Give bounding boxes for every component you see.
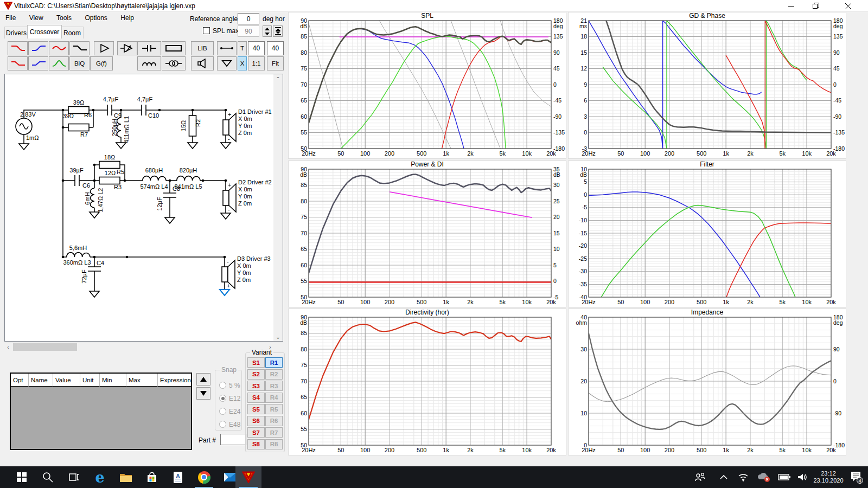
inductor-L2[interactable]	[91, 188, 94, 208]
inductor-L4[interactable]	[143, 176, 166, 181]
hscroll-thumb[interactable]	[13, 343, 77, 351]
inductor-L5[interactable]	[177, 176, 200, 181]
part-number-input[interactable]	[220, 434, 246, 445]
capacitor-C6[interactable]	[75, 175, 79, 186]
variant-r5[interactable]: R5	[265, 404, 283, 414]
variant-r8[interactable]: R8	[265, 439, 283, 450]
snap-e48-radio[interactable]	[219, 421, 226, 428]
snap-e24-radio[interactable]	[219, 408, 226, 415]
onedrive-error-icon[interactable]	[753, 466, 775, 488]
menu-view[interactable]: View	[24, 12, 49, 24]
tool-biquad-button[interactable]: BiQ	[69, 56, 90, 70]
variant-s3[interactable]: S3	[247, 381, 265, 391]
search-icon[interactable]	[35, 466, 61, 488]
variant-s5[interactable]: S5	[247, 404, 265, 414]
wifi-icon[interactable]	[733, 466, 753, 488]
snap-5pct-radio[interactable]	[219, 382, 226, 389]
schematic-canvas[interactable]: 2,83V 1mΩ 39Ω R6 39Ω R7 4,7µF C9 250µH 4…	[4, 74, 283, 342]
col-unit[interactable]: Unit	[80, 374, 100, 387]
variant-r2[interactable]: R2	[265, 369, 283, 380]
store-icon[interactable]	[139, 466, 165, 488]
minimize-button[interactable]	[778, 0, 803, 12]
variant-s4[interactable]: S4	[247, 393, 265, 403]
tab-room[interactable]: Room	[61, 27, 84, 38]
variant-r7[interactable]: R7	[265, 427, 283, 438]
tool-gf-button[interactable]: G(f)	[90, 56, 113, 70]
schematic-vscrollbar[interactable]: ⌃ ⌄	[273, 74, 283, 341]
snap-e12-radio[interactable]	[219, 395, 226, 402]
tool-shelf-button[interactable]	[69, 41, 90, 55]
col-max[interactable]: Max	[126, 374, 158, 387]
variant-r4[interactable]: R4	[265, 393, 283, 403]
resistor-R3[interactable]	[99, 177, 120, 184]
variant-s1[interactable]: S1	[247, 357, 265, 368]
col-opt[interactable]: Opt	[11, 374, 29, 387]
restore-button[interactable]	[803, 0, 828, 12]
tool-peak-button[interactable]	[49, 56, 69, 70]
ground-selected-blue[interactable]	[220, 290, 229, 296]
menu-options[interactable]: Options	[80, 12, 113, 24]
optimizer-table[interactable]: Opt Name Value Unit Min Max Expression	[10, 373, 192, 450]
scroll-down-arrow[interactable]: ⌄	[273, 332, 283, 341]
grid-height-input[interactable]: 40	[267, 41, 284, 55]
schematic-hscrollbar[interactable]: ‹ ›	[4, 343, 274, 351]
voltage-source[interactable]	[16, 118, 32, 134]
tool-opamp-button[interactable]	[117, 41, 137, 55]
menu-tools[interactable]: Tools	[51, 12, 77, 24]
clock[interactable]: 23:1223.10.2020	[812, 466, 845, 488]
tool-allpass-button[interactable]	[49, 41, 69, 55]
tool-resistor-button[interactable]	[162, 41, 186, 55]
tab-crossover[interactable]: Crossover	[27, 25, 62, 38]
capacitor-C8[interactable]	[163, 193, 176, 197]
scroll-up-arrow[interactable]: ⌃	[273, 74, 283, 83]
col-name[interactable]: Name	[29, 374, 53, 387]
variant-s2[interactable]: S2	[247, 369, 265, 380]
tray-chevron-icon[interactable]	[714, 466, 733, 488]
tool-text-button[interactable]: T	[238, 41, 247, 55]
zoom-1to1-button[interactable]: 1:1	[248, 56, 265, 70]
col-min[interactable]: Min	[100, 374, 126, 387]
reference-angle-input[interactable]: 0	[238, 13, 259, 24]
variant-r3[interactable]: R3	[265, 381, 283, 391]
variant-r1[interactable]: R1	[265, 357, 283, 368]
scroll-left-arrow[interactable]: ‹	[4, 343, 12, 351]
tool-capacitor-button[interactable]	[137, 41, 161, 55]
start-button[interactable]	[9, 466, 35, 488]
tab-drivers[interactable]: Drivers	[4, 27, 28, 38]
zoom-fit-button[interactable]: Fit	[267, 56, 284, 70]
capacitor-C4[interactable]	[88, 267, 101, 271]
menu-file[interactable]: File	[0, 12, 21, 24]
variant-s7[interactable]: S7	[247, 427, 265, 438]
task-view-icon[interactable]	[61, 466, 87, 488]
inductor-L3[interactable]	[67, 253, 90, 257]
col-expression[interactable]: Expression	[158, 374, 191, 387]
crossover-schematic[interactable]: 2,83V 1mΩ 39Ω R6 39Ω R7 4,7µF C9 250µH 4…	[5, 74, 273, 341]
action-center-icon[interactable]: 4	[845, 466, 868, 488]
volume-icon[interactable]	[793, 466, 813, 488]
col-value[interactable]: Value	[53, 374, 80, 387]
resistor-R5[interactable]	[99, 162, 120, 169]
capacitor-C10[interactable]	[142, 105, 146, 115]
tool-lowpass-button[interactable]	[8, 41, 28, 55]
tool-lowshelf-button[interactable]	[8, 56, 28, 70]
tool-ground-button[interactable]	[217, 56, 237, 70]
grid-width-input[interactable]: 40	[248, 41, 265, 55]
variant-s8[interactable]: S8	[247, 439, 265, 450]
resistor-R7[interactable]	[68, 124, 89, 131]
tool-inductor-button[interactable]	[137, 56, 161, 70]
chrome-icon[interactable]	[191, 466, 217, 488]
row-down-button[interactable]	[196, 387, 210, 400]
people-icon[interactable]	[690, 466, 710, 488]
word-icon[interactable]: A	[165, 466, 191, 488]
row-up-button[interactable]	[196, 373, 210, 386]
edge-icon[interactable]: e	[87, 466, 113, 488]
variant-r6[interactable]: R6	[265, 416, 283, 426]
tool-speaker-button[interactable]	[191, 56, 214, 70]
tool-wire-button[interactable]	[217, 41, 237, 55]
capacitor-C9[interactable]	[107, 105, 112, 115]
tool-buffer-button[interactable]	[94, 41, 114, 55]
tool-delete-button[interactable]: X	[238, 56, 247, 70]
tool-highpass-button[interactable]	[28, 41, 48, 55]
tool-transformer-button[interactable]	[162, 56, 186, 70]
battery-icon[interactable]	[775, 466, 794, 488]
